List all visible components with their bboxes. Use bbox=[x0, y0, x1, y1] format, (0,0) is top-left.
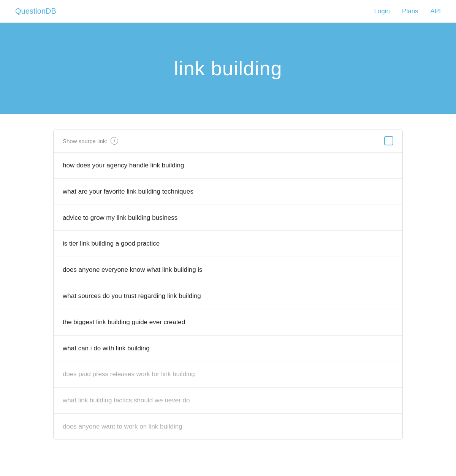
question-row[interactable]: does anyone everyone know what link buil… bbox=[54, 257, 402, 283]
question-row[interactable]: what link building tactics should we nev… bbox=[54, 388, 402, 414]
results-card: Show source link: i how does your agency… bbox=[53, 129, 403, 440]
hero-section: link building bbox=[0, 23, 456, 114]
question-row[interactable]: the biggest link building guide ever cre… bbox=[54, 309, 402, 336]
source-label: Show source link: i bbox=[63, 137, 118, 145]
nav-api[interactable]: API bbox=[431, 8, 441, 15]
logo[interactable]: QuestionDB bbox=[15, 7, 56, 16]
question-row[interactable]: what sources do you trust regarding link… bbox=[54, 283, 402, 309]
source-label-text: Show source link: bbox=[63, 138, 108, 144]
nav: Login Plans API bbox=[374, 8, 441, 15]
question-row[interactable]: does paid press releases work for link b… bbox=[54, 361, 402, 388]
nav-login[interactable]: Login bbox=[374, 8, 390, 15]
main-content: Show source link: i how does your agency… bbox=[38, 114, 418, 455]
question-row[interactable]: what can i do with link building bbox=[54, 336, 402, 362]
question-row[interactable]: advice to grow my link building business bbox=[54, 205, 402, 231]
questions-list: how does your agency handle link buildin… bbox=[54, 153, 402, 440]
question-row[interactable]: is tier link building a good practice bbox=[54, 231, 402, 257]
info-icon[interactable]: i bbox=[111, 137, 118, 145]
hero-title: link building bbox=[174, 57, 282, 80]
show-source-checkbox[interactable] bbox=[384, 136, 393, 145]
question-row[interactable]: how does your agency handle link buildin… bbox=[54, 153, 402, 179]
question-row[interactable]: what are your favorite link building tec… bbox=[54, 179, 402, 205]
question-row[interactable]: does anyone want to work on link buildin… bbox=[54, 414, 402, 440]
header: QuestionDB Login Plans API bbox=[0, 0, 456, 23]
nav-plans[interactable]: Plans bbox=[402, 8, 418, 15]
source-row: Show source link: i bbox=[54, 129, 402, 153]
